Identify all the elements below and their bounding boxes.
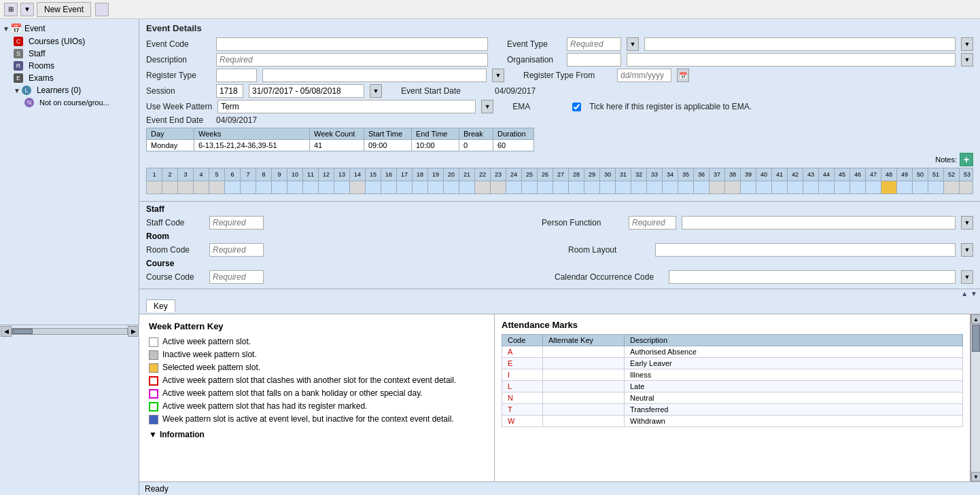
sidebar-item-rooms[interactable]: R Rooms	[0, 60, 139, 72]
week-color-27[interactable]	[553, 181, 569, 194]
week-num-49[interactable]: 49	[897, 168, 913, 181]
scroll-left-btn[interactable]: ◀	[1, 326, 12, 337]
week-color-50[interactable]	[913, 181, 928, 194]
sidebar-item-not-on-course[interactable]: N Not on course/grou...	[0, 96, 139, 109]
week-color-36[interactable]	[694, 181, 710, 194]
week-num-5[interactable]: 5	[209, 168, 225, 181]
session-input[interactable]	[216, 84, 243, 98]
event-type-extra-input[interactable]	[644, 37, 956, 51]
week-color-19[interactable]	[428, 181, 444, 194]
week-num-51[interactable]: 51	[928, 168, 944, 181]
person-function-input2[interactable]	[682, 216, 956, 230]
staff-code-input[interactable]	[209, 216, 264, 230]
sidebar-item-event[interactable]: ▼ 📅 Event	[0, 22, 139, 35]
week-color-38[interactable]	[725, 181, 741, 194]
attendance-scrollbar[interactable]: ▲ ▼	[970, 314, 980, 481]
week-color-11[interactable]	[303, 181, 319, 194]
attendance-row[interactable]: WWithdrawn	[502, 416, 963, 427]
week-num-12[interactable]: 12	[319, 168, 334, 181]
person-function-input[interactable]	[629, 216, 676, 230]
week-num-9[interactable]: 9	[272, 168, 287, 181]
week-color-53[interactable]	[960, 181, 973, 194]
week-num-38[interactable]: 38	[725, 168, 741, 181]
week-num-41[interactable]: 41	[772, 168, 788, 181]
sidebar-item-exams[interactable]: E Exams	[0, 72, 139, 84]
week-color-25[interactable]	[522, 181, 538, 194]
register-type-from-input[interactable]	[617, 69, 671, 82]
room-code-input[interactable]	[209, 243, 264, 257]
week-color-16[interactable]	[381, 181, 397, 194]
week-color-46[interactable]	[850, 181, 866, 194]
week-num-4[interactable]: 4	[194, 168, 209, 181]
week-num-52[interactable]: 52	[944, 168, 960, 181]
week-color-30[interactable]	[600, 181, 616, 194]
week-color-15[interactable]	[366, 181, 381, 194]
week-color-14[interactable]	[350, 181, 366, 194]
session-date-range-input[interactable]	[249, 84, 364, 98]
panel-toggle-up[interactable]: ▲	[961, 290, 968, 297]
new-event-button[interactable]: New Event	[37, 2, 91, 17]
week-num-48[interactable]: 48	[881, 168, 897, 181]
week-num-2[interactable]: 2	[162, 168, 178, 181]
organisation-input2[interactable]	[627, 53, 956, 67]
sidebar-item-learners[interactable]: ▼ L Learners (0)	[0, 84, 139, 96]
grid-icon[interactable]: ⊞	[4, 3, 18, 16]
scroll-right-btn[interactable]: ▶	[128, 326, 139, 337]
toolbar-extra1[interactable]	[95, 3, 109, 16]
week-color-43[interactable]	[803, 181, 819, 194]
week-color-23[interactable]	[491, 181, 506, 194]
week-num-34[interactable]: 34	[663, 168, 678, 181]
week-num-17[interactable]: 17	[397, 168, 413, 181]
week-color-22[interactable]	[475, 181, 491, 194]
week-num-11[interactable]: 11	[303, 168, 319, 181]
organisation-dropdown[interactable]: ▼	[961, 53, 973, 67]
week-color-17[interactable]	[397, 181, 413, 194]
week-pattern-input[interactable]	[217, 100, 476, 113]
week-num-3[interactable]: 3	[178, 168, 194, 181]
attendance-row[interactable]: LLate	[502, 381, 963, 392]
week-num-35[interactable]: 35	[678, 168, 694, 181]
week-pattern-dropdown[interactable]: ▼	[481, 100, 493, 113]
week-color-47[interactable]	[866, 181, 881, 194]
week-num-21[interactable]: 21	[459, 168, 475, 181]
week-num-6[interactable]: 6	[225, 168, 241, 181]
week-num-42[interactable]: 42	[788, 168, 803, 181]
week-num-46[interactable]: 46	[850, 168, 866, 181]
week-color-8[interactable]	[256, 181, 272, 194]
scroll-up-btn[interactable]: ▲	[971, 314, 980, 324]
week-num-25[interactable]: 25	[522, 168, 538, 181]
register-type-dropdown[interactable]: ▼	[492, 69, 504, 82]
week-color-51[interactable]	[928, 181, 944, 194]
week-color-39[interactable]	[741, 181, 756, 194]
register-type-from-datepicker[interactable]: 📅	[677, 69, 689, 82]
week-color-3[interactable]	[178, 181, 194, 194]
register-type-input2[interactable]	[262, 69, 487, 82]
event-type-extra-dropdown[interactable]: ▼	[961, 37, 973, 51]
week-num-37[interactable]: 37	[710, 168, 725, 181]
week-color-42[interactable]	[788, 181, 803, 194]
week-num-26[interactable]: 26	[538, 168, 553, 181]
week-color-29[interactable]	[584, 181, 600, 194]
attendance-row[interactable]: IIllness	[502, 369, 963, 381]
sidebar-item-courses[interactable]: C Courses (UIOs)	[0, 35, 139, 48]
week-color-20[interactable]	[444, 181, 459, 194]
week-color-2[interactable]	[162, 181, 178, 194]
week-color-7[interactable]	[241, 181, 256, 194]
calendar-occurrence-dropdown[interactable]: ▼	[961, 270, 973, 284]
week-color-21[interactable]	[459, 181, 475, 194]
week-color-26[interactable]	[538, 181, 553, 194]
week-num-8[interactable]: 8	[256, 168, 272, 181]
week-color-31[interactable]	[616, 181, 631, 194]
week-num-39[interactable]: 39	[741, 168, 756, 181]
week-num-47[interactable]: 47	[866, 168, 881, 181]
key-tab[interactable]: Key	[146, 299, 175, 312]
week-num-30[interactable]: 30	[600, 168, 616, 181]
dropdown-icon[interactable]: ▼	[20, 3, 34, 16]
session-dropdown[interactable]: ▼	[370, 84, 382, 98]
week-color-41[interactable]	[772, 181, 788, 194]
register-type-input1[interactable]	[216, 69, 257, 82]
week-color-35[interactable]	[678, 181, 694, 194]
week-color-4[interactable]	[194, 181, 209, 194]
scroll-down-btn[interactable]: ▼	[971, 472, 980, 481]
week-num-31[interactable]: 31	[616, 168, 631, 181]
